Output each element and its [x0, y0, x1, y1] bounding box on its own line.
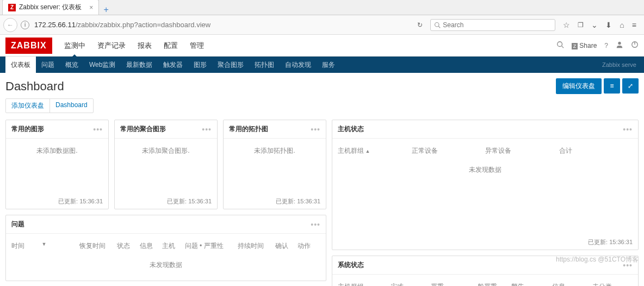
close-icon[interactable]: ×	[89, 4, 93, 11]
svg-line-1	[439, 26, 441, 28]
browser-toolbar: ☆ ❐ ⌄ ⬇ ⌂ ≡	[559, 21, 641, 29]
problems-table-header: 时间▼ 恢复时间 状态 信息 主机 问题 • 严重性 持续时间 确认 动作	[11, 239, 320, 255]
col-not-classified[interactable]: 未分类	[592, 282, 633, 286]
browser-tab-strip: Z Zabbix server: 仪表板 × +	[0, 0, 644, 15]
widget-updated: 已更新: 15:36:31	[115, 194, 217, 209]
col-total[interactable]: 合计	[559, 146, 633, 156]
col-actions[interactable]: 动作	[298, 241, 320, 251]
main-nav: 监测中 资产记录 报表 配置 管理	[63, 34, 205, 57]
subnav-maps[interactable]: 拓扑图	[249, 57, 280, 73]
widget-menu-icon[interactable]: •••	[623, 261, 633, 270]
breadcrumb-add[interactable]: 添加仪表盘	[6, 99, 49, 113]
subnav-overview[interactable]: 概览	[60, 57, 84, 73]
breadcrumb: 添加仪表盘 Dashboard	[5, 98, 94, 113]
edit-dashboard-button[interactable]: 编辑仪表盘	[556, 78, 602, 94]
back-button[interactable]: ←	[3, 18, 17, 32]
col-time[interactable]: 时间	[11, 241, 41, 251]
col-recovery[interactable]: 恢复时间	[79, 241, 117, 251]
col-problem[interactable]: 问题 • 严重性	[185, 241, 238, 251]
tab-title: Zabbix server: 仪表板	[19, 3, 82, 12]
header-search-icon[interactable]	[556, 41, 564, 50]
download-icon[interactable]: ⬇	[605, 21, 612, 29]
nav-reports[interactable]: 报表	[137, 34, 153, 57]
col-host[interactable]: 主机	[162, 241, 185, 251]
widget-title: 常用的图形	[11, 125, 44, 134]
home-icon[interactable]: ⌂	[620, 21, 624, 29]
subnav-discovery[interactable]: 自动发现	[280, 57, 317, 73]
widget-system-status: 系统状态••• 主机群组 灾难 严重 一般严重 警告 信息 未分类 未发现数据	[332, 256, 639, 286]
zabbix-logo[interactable]: ZABBIX	[5, 38, 52, 54]
col-status[interactable]: 状态	[117, 241, 140, 251]
widget-title: 问题	[11, 220, 24, 229]
subnav-screens[interactable]: 聚合图形	[212, 57, 249, 73]
menu-icon[interactable]: ≡	[632, 21, 636, 29]
col-hostgroup[interactable]: 主机群组	[338, 146, 412, 156]
browser-search-box[interactable]	[430, 19, 555, 31]
host-status-header: 主机群组 正常设备 异常设备 合计	[338, 144, 633, 160]
col-disaster[interactable]: 灾难	[391, 282, 431, 286]
share-button[interactable]: ZShare	[572, 42, 597, 49]
widget-problems: 问题••• 时间▼ 恢复时间 状态 信息 主机 问题 • 严重性 持续时间 确认…	[5, 215, 326, 281]
content-area: Dashboard 编辑仪表盘 ≡ ⤢ 添加仪表盘 Dashboard 常用的图…	[0, 73, 644, 286]
col-hostgroup[interactable]: 主机群组	[338, 282, 391, 286]
subnav-services[interactable]: 服务	[317, 57, 340, 73]
col-without-problems[interactable]: 正常设备	[412, 146, 486, 156]
widget-screens: 常用的聚合图形••• 未添加聚合图形. 已更新: 15:36:31	[114, 120, 218, 209]
col-ack[interactable]: 确认	[275, 241, 298, 251]
star-icon[interactable]: ☆	[563, 21, 570, 29]
system-status-header: 主机群组 灾难 严重 一般严重 警告 信息 未分类	[338, 280, 633, 286]
library-icon[interactable]: ❐	[578, 21, 584, 29]
subnav-triggers[interactable]: 触发器	[158, 57, 188, 73]
widget-menu-icon[interactable]: •••	[311, 220, 320, 229]
browser-search-input[interactable]	[443, 21, 552, 29]
col-with-problems[interactable]: 异常设备	[485, 146, 559, 156]
widget-title: 常用的聚合图形	[120, 125, 166, 134]
col-duration[interactable]: 持续时间	[238, 241, 275, 251]
address-bar[interactable]: 172.25.66.11/zabbix/zabbix.php?action=da…	[33, 19, 410, 30]
subnav-graphs[interactable]: 图形	[188, 57, 212, 73]
site-info-icon[interactable]: i	[21, 21, 29, 29]
host-status-nodata: 未发现数据	[338, 160, 633, 180]
widget-empty: 未添加数据图.	[6, 139, 108, 161]
widget-empty: 未添加拓扑图.	[224, 139, 326, 161]
help-button[interactable]: ?	[604, 42, 608, 49]
col-high[interactable]: 严重	[431, 282, 471, 286]
widget-title: 系统状态	[338, 260, 364, 270]
browser-tab[interactable]: Z Zabbix server: 仪表板 ×	[2, 0, 99, 15]
widget-updated: 已更新: 15:36:31	[224, 194, 326, 209]
pocket-icon[interactable]: ⌄	[591, 21, 598, 29]
widget-maps: 常用的拓扑图••• 未添加拓扑图. 已更新: 15:36:31	[223, 120, 326, 209]
widget-menu-icon[interactable]: •••	[93, 125, 103, 134]
widget-menu-icon[interactable]: •••	[623, 125, 633, 134]
svg-line-3	[561, 46, 564, 48]
widget-menu-icon[interactable]: •••	[202, 125, 212, 134]
col-info[interactable]: 信息	[140, 241, 163, 251]
svg-point-0	[435, 22, 439, 27]
nav-monitoring[interactable]: 监测中	[63, 34, 86, 57]
breadcrumb-current[interactable]: Dashboard	[49, 99, 93, 113]
list-view-button[interactable]: ≡	[604, 78, 620, 94]
fullscreen-button[interactable]: ⤢	[622, 78, 639, 94]
url-bar: ← i 172.25.66.11/zabbix/zabbix.php?actio…	[0, 15, 644, 35]
nav-configuration[interactable]: 配置	[163, 34, 179, 57]
page-title: Dashboard	[5, 79, 64, 94]
nav-administration[interactable]: 管理	[189, 34, 205, 57]
user-icon[interactable]	[616, 41, 623, 50]
subnav-latest[interactable]: 最新数据	[121, 57, 158, 73]
subnav-web[interactable]: Web监测	[84, 57, 121, 73]
subnav-problems[interactable]: 问题	[36, 57, 60, 73]
subnav-dashboard[interactable]: 仪表板	[5, 57, 36, 73]
problems-nodata: 未发现数据	[11, 255, 320, 275]
widget-menu-icon[interactable]: •••	[311, 125, 320, 134]
col-information[interactable]: 信息	[552, 282, 592, 286]
svg-point-2	[558, 42, 562, 47]
page-title-row: Dashboard 编辑仪表盘 ≡ ⤢	[5, 78, 639, 94]
new-tab-button[interactable]: +	[99, 5, 113, 15]
widget-host-status: 主机状态••• 主机群组 正常设备 异常设备 合计 未发现数据 已更新: 15:…	[332, 120, 639, 250]
logout-icon[interactable]	[631, 41, 639, 50]
col-average[interactable]: 一般严重	[471, 282, 511, 286]
col-warning[interactable]: 警告	[511, 282, 552, 286]
refresh-button[interactable]: ↻	[413, 21, 427, 29]
zabbix-favicon: Z	[8, 4, 16, 11]
nav-inventory[interactable]: 资产记录	[96, 34, 127, 57]
